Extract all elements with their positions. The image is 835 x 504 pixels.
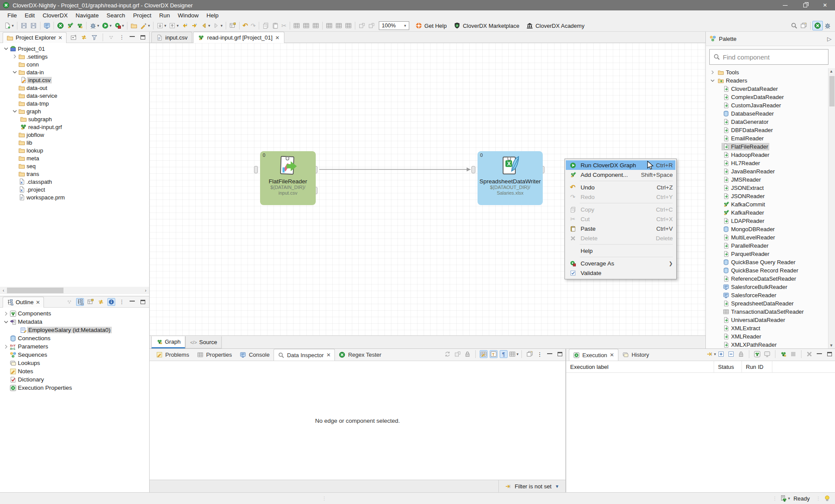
menu-window[interactable]: Window — [174, 11, 203, 20]
open-perspective-button[interactable] — [799, 21, 808, 30]
palette-item-kafkacommit[interactable]: KafkaCommit — [706, 200, 828, 209]
run-options-button[interactable]: ▾ — [707, 350, 715, 358]
palette-item-spreadsheetdatareader[interactable]: SpreadsheetDataReader — [706, 299, 828, 308]
palette-item-salesforcereader[interactable]: SalesforceReader — [706, 291, 828, 299]
outline-item-metadata[interactable]: Metadata — [0, 318, 149, 326]
tree-item-graph[interactable]: graph — [0, 107, 149, 115]
tree-item-project[interactable]: Project_01 — [0, 45, 149, 53]
minimize-view-button[interactable] — [546, 350, 554, 358]
palette-item-customjavareader[interactable]: CustomJavaReader — [706, 101, 828, 109]
palette-item-transactionaldatasetreader[interactable]: TransactionalDataSetReader — [706, 308, 828, 316]
palette-search[interactable] — [709, 49, 828, 65]
run-configurations-button[interactable]: ▾ — [113, 21, 126, 30]
palette-item-multilevelreader[interactable]: MultiLevelReader — [706, 233, 828, 242]
get-help-link[interactable]: Get Help — [412, 22, 450, 29]
open-resource-button[interactable] — [129, 21, 139, 30]
collapse-all-button[interactable] — [727, 350, 735, 358]
back-button[interactable]: ▾ — [199, 21, 212, 30]
palette-item-javabeanreader[interactable]: JavaBeanReader — [706, 167, 828, 176]
copy-button[interactable] — [261, 21, 271, 30]
focus-button[interactable] — [66, 298, 73, 306]
show-text-toggle[interactable] — [490, 350, 498, 358]
palette-item-xmlextract[interactable]: XMLExtract — [706, 324, 828, 332]
palette-group-readers[interactable]: Readers — [706, 76, 828, 85]
palette-item-dbfdatareader[interactable]: DBFDataReader — [706, 126, 828, 134]
menu-item-run-graph[interactable]: Run CloverDX GraphCtrl+R — [566, 160, 675, 170]
component-flatfilereader[interactable]: 0 FlatFileReader ${DATAIN_DIR}/ input.cs… — [260, 151, 316, 205]
zoom-combobox[interactable]: 100%▾ — [379, 21, 409, 30]
tree-item-meta[interactable]: meta — [0, 154, 149, 162]
show-whitespace-toggle[interactable]: ¶ — [500, 350, 508, 358]
palette-item-quickbase-query-reader[interactable]: QuickBase Query Reader — [706, 258, 828, 266]
view-menu-button[interactable]: ⋮ — [118, 33, 126, 41]
outline-item-parameters[interactable]: Parameters — [0, 342, 149, 351]
palette-item-hadoopreader[interactable]: HadoopReader — [706, 151, 828, 159]
outline-item-lookups[interactable]: Lookups — [0, 359, 149, 367]
close-icon[interactable]: ✕ — [58, 35, 62, 41]
scroll-down-icon[interactable]: ▼ — [829, 343, 833, 348]
tree-item-read-input-grf[interactable]: read-input.grf — [0, 123, 149, 131]
debug-perspective-button[interactable] — [823, 21, 832, 30]
view-menu-button[interactable]: ⋮ — [118, 298, 126, 306]
maximize-view-button[interactable] — [139, 298, 147, 306]
window-restore-button[interactable] — [795, 0, 815, 10]
prev-annotation-button[interactable] — [180, 21, 190, 30]
tree-item-lib[interactable]: lib — [0, 139, 149, 146]
maximize-view-button[interactable] — [825, 350, 833, 358]
component-spreadsheetdatawriter[interactable]: 0 SpreadsheetDataWriter ${DATAOUT_DIR}/ … — [478, 151, 543, 205]
tree-item-data-in[interactable]: data-in — [0, 68, 149, 76]
show-info-toggle[interactable] — [107, 298, 115, 306]
palette-scrollbar[interactable]: ▲ ▼ — [828, 68, 835, 348]
column-execution-label[interactable]: Execution label — [566, 361, 714, 372]
tab-outline[interactable]: Outline ✕ — [3, 297, 44, 308]
close-icon[interactable]: ✕ — [36, 299, 40, 305]
link-with-editor-button[interactable] — [228, 21, 237, 30]
outline-item-execution-properties[interactable]: Execution Properties — [0, 384, 149, 392]
debug-button[interactable]: ▾ — [88, 21, 101, 30]
view-tab-graph[interactable]: Graph — [151, 336, 185, 348]
menu-item-copy[interactable]: CopyCtrl+C — [566, 205, 675, 214]
undo-button[interactable]: ↶ — [241, 21, 250, 30]
save-button[interactable] — [19, 21, 29, 30]
scrollbar-thumb[interactable] — [829, 76, 835, 106]
lock-tree-button[interactable] — [737, 350, 745, 358]
grid-options-button[interactable]: ▾ — [510, 350, 518, 358]
palette-item-datagenerator[interactable]: DataGenerator — [706, 118, 828, 126]
palette-item-quickbase-record-reader[interactable]: QuickBase Record Reader — [706, 266, 828, 275]
filter-button[interactable] — [90, 33, 98, 41]
focus-button[interactable] — [107, 33, 115, 41]
menu-item-add-component[interactable]: Add Component...Shift+Space — [566, 170, 675, 179]
palette-item-referencedatasetreader[interactable]: ReferenceDataSetReader — [706, 275, 828, 283]
tree-item-project-file[interactable]: .project — [0, 186, 149, 193]
components-button[interactable] — [75, 21, 84, 30]
palette-item-xmlreader[interactable]: XMLReader — [706, 332, 828, 341]
view-menu-button[interactable]: ⋮ — [536, 350, 544, 358]
tree-item-workspace-prm[interactable]: workspace.prm — [0, 193, 149, 201]
cloverdx-server-button[interactable] — [56, 21, 65, 30]
remove-button[interactable] — [805, 350, 813, 358]
stop-button[interactable] — [789, 350, 797, 358]
open-console-button[interactable] — [42, 21, 52, 30]
show-components-button[interactable] — [753, 350, 761, 358]
tree-item-trans[interactable]: trans — [0, 170, 149, 178]
palette-item-jsonextract[interactable]: JSONExtract — [706, 184, 828, 192]
menu-help[interactable]: Help — [203, 11, 223, 20]
find-component-input[interactable] — [723, 53, 825, 61]
column-run-id[interactable]: Run ID — [742, 361, 772, 372]
maximize-view-button[interactable] — [139, 33, 147, 41]
align-center-button[interactable] — [301, 21, 311, 30]
close-icon[interactable]: ✕ — [326, 352, 331, 358]
column-status[interactable]: Status — [714, 361, 742, 372]
tab-history[interactable]: History — [618, 349, 653, 361]
distribute-h-button[interactable] — [324, 21, 334, 30]
table-view-toggle[interactable] — [87, 298, 94, 306]
palette-group-tools[interactable]: Tools — [706, 68, 828, 76]
align-left-button[interactable] — [292, 21, 301, 30]
align-right-button[interactable] — [311, 21, 321, 30]
marketplace-link[interactable]: CloverDX Marketplace — [450, 22, 523, 29]
import-button[interactable]: ▾ — [155, 21, 168, 30]
tree-item-jobflow[interactable]: jobflow — [0, 131, 149, 139]
export-data-button[interactable] — [454, 350, 461, 358]
tab-console[interactable]: Console — [236, 349, 274, 361]
save-all-button[interactable] — [29, 21, 38, 30]
